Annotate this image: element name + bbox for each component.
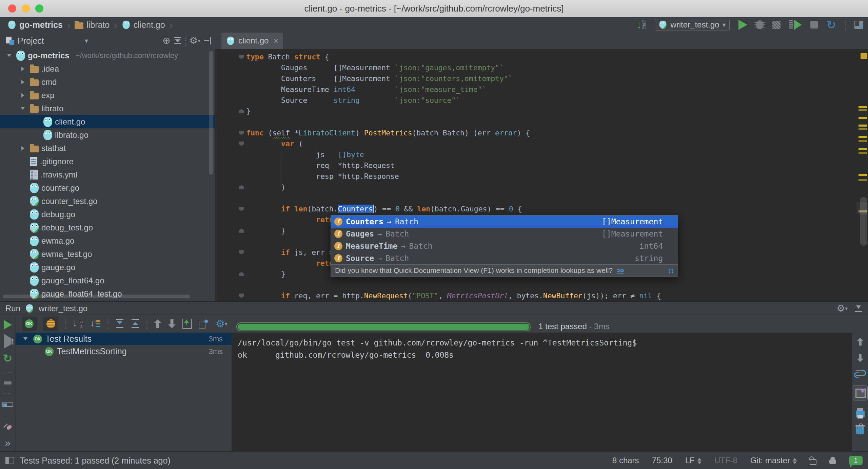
locate-file-icon[interactable]: ⊕ bbox=[162, 36, 170, 46]
completion-item-Source[interactable]: fSource→Batchstring bbox=[331, 252, 678, 264]
project-vertical-scrollbar[interactable] bbox=[209, 51, 213, 175]
run-with-coverage-button[interactable] bbox=[772, 21, 781, 29]
warning-stripe-mark[interactable] bbox=[859, 109, 867, 111]
warning-stripe-mark[interactable] bbox=[859, 128, 867, 130]
warning-stripe-mark[interactable] bbox=[859, 140, 867, 142]
run-button[interactable] bbox=[738, 20, 747, 30]
tree-item-ewma.go[interactable]: ewma.go bbox=[0, 234, 215, 247]
close-window-button[interactable] bbox=[8, 4, 16, 13]
breadcrumb-project[interactable]: go-metrics bbox=[7, 20, 63, 30]
tree-item-gauge_float64.go[interactable]: gauge_float64.go bbox=[0, 274, 215, 287]
breadcrumb-file[interactable]: client.go bbox=[122, 20, 165, 30]
minimize-window-button[interactable] bbox=[22, 4, 30, 13]
run-console[interactable]: /usr/local/go/bin/go test -v github.com/… bbox=[232, 333, 852, 451]
sort-by-duration-icon[interactable] bbox=[90, 319, 101, 329]
run-config-combo[interactable]: writer_test.go ▾ bbox=[655, 19, 729, 31]
expand-arrow-icon[interactable] bbox=[20, 67, 26, 71]
zoom-window-button[interactable] bbox=[35, 4, 43, 13]
restore-layout-icon[interactable] bbox=[2, 402, 13, 407]
import-test-results-icon[interactable] bbox=[182, 319, 192, 329]
print-icon[interactable] bbox=[856, 411, 865, 417]
test-row-Test-Results[interactable]: OKTest Results3ms bbox=[16, 333, 232, 345]
next-failed-test-icon[interactable] bbox=[168, 319, 176, 328]
close-tab-icon[interactable]: × bbox=[273, 36, 278, 46]
tree-item-librato.go[interactable]: librato.go bbox=[0, 128, 215, 142]
expand-arrow-icon[interactable] bbox=[20, 93, 26, 97]
expand-all-icon[interactable] bbox=[115, 319, 124, 329]
line-separator-indicator[interactable]: LF bbox=[685, 456, 702, 465]
more-options-icon[interactable]: » bbox=[5, 438, 11, 448]
chars-indicator[interactable]: 8 chars bbox=[612, 456, 639, 465]
profiler-run-button[interactable] bbox=[789, 20, 802, 30]
update-project-icon[interactable]: ↓ bbox=[636, 19, 646, 31]
tree-item-librato[interactable]: librato bbox=[0, 102, 215, 115]
vcs-branch-indicator[interactable]: Git: master bbox=[750, 456, 797, 465]
show-passed-toggle[interactable]: OK bbox=[22, 317, 37, 331]
warning-stripe-mark[interactable] bbox=[859, 174, 867, 176]
rerun-tests-button[interactable] bbox=[4, 320, 12, 330]
run-settings-gear-icon[interactable]: ⚙ ▾ bbox=[836, 303, 848, 314]
scroll-up-icon[interactable] bbox=[857, 338, 864, 345]
tree-item-.idea[interactable]: .idea bbox=[0, 62, 215, 75]
pin-tab-icon[interactable] bbox=[3, 425, 13, 429]
encoding-indicator[interactable]: UTF-8 bbox=[714, 456, 737, 465]
tree-item-debug.go[interactable]: debug.go bbox=[0, 208, 215, 221]
rerun-icon[interactable]: ↻ bbox=[827, 20, 836, 30]
toolwindow-toggle-icon[interactable] bbox=[5, 457, 14, 464]
scroll-to-end-toggle[interactable] bbox=[853, 386, 868, 400]
sort-alphabetically-icon[interactable] bbox=[73, 319, 83, 329]
expand-arrow-icon[interactable] bbox=[22, 337, 28, 340]
soft-wrap-icon[interactable] bbox=[856, 370, 865, 378]
tree-item-debug_test.go[interactable]: debug_test.go bbox=[0, 221, 215, 234]
toggle-auto-test-icon[interactable]: ↻ bbox=[3, 353, 12, 363]
expand-arrow-icon[interactable] bbox=[20, 107, 26, 110]
warning-stripe-mark[interactable] bbox=[859, 125, 867, 127]
tree-item-exp[interactable]: exp bbox=[0, 89, 215, 102]
tree-item-.gitignore[interactable]: .gitignore bbox=[0, 155, 215, 168]
tree-item-gauge_float64_test.go[interactable]: gauge_float64_test.go bbox=[0, 287, 215, 300]
warning-stripe-mark[interactable] bbox=[859, 117, 867, 119]
show-ignored-toggle[interactable] bbox=[43, 317, 58, 331]
tree-item-cmd[interactable]: cmd bbox=[0, 75, 215, 89]
expand-arrow-icon[interactable] bbox=[20, 80, 26, 84]
warning-stripe-mark[interactable] bbox=[859, 152, 867, 154]
previous-failed-test-icon[interactable] bbox=[154, 319, 161, 328]
stop-button[interactable] bbox=[810, 21, 818, 29]
hide-run-panel-icon[interactable] bbox=[854, 304, 863, 313]
clear-console-icon[interactable] bbox=[856, 427, 864, 434]
tree-item-client.go[interactable]: client.go bbox=[0, 115, 215, 128]
tree-item-go-metrics[interactable]: go-metrics~/work/src/github.com/rcrowley bbox=[0, 49, 215, 62]
lock-icon[interactable] bbox=[810, 459, 816, 465]
hector-inspector-icon[interactable] bbox=[829, 460, 836, 464]
tree-item-ewma_test.go[interactable]: ewma_test.go bbox=[0, 247, 215, 261]
tree-item-stathat[interactable]: stathat bbox=[0, 142, 215, 155]
notification-badge[interactable]: 1 bbox=[849, 456, 863, 465]
warning-stripe-mark[interactable] bbox=[859, 136, 867, 138]
collapse-all-icon[interactable] bbox=[131, 319, 140, 329]
scroll-down-icon[interactable] bbox=[857, 354, 864, 362]
editor-scrollbar-thumb[interactable] bbox=[860, 197, 867, 246]
expand-arrow-icon[interactable] bbox=[6, 54, 12, 57]
completion-item-Gauges[interactable]: fGauges→Batch[]Measurement bbox=[331, 228, 678, 240]
file-status-indicator[interactable] bbox=[861, 53, 867, 59]
caret-position[interactable]: 75:30 bbox=[652, 456, 672, 465]
debug-button[interactable] bbox=[756, 20, 764, 29]
expand-arrow-icon[interactable] bbox=[20, 146, 26, 150]
rerun-failed-tests-button[interactable]: ! bbox=[4, 338, 12, 344]
stop-process-button[interactable] bbox=[4, 381, 12, 384]
hide-panel-icon[interactable] bbox=[204, 37, 212, 45]
completion-item-Counters[interactable]: fCounters→Batch[]Measurement bbox=[331, 215, 678, 228]
warning-stripe-mark[interactable] bbox=[859, 106, 867, 108]
warning-stripe-mark[interactable] bbox=[859, 179, 867, 181]
project-panel-title[interactable]: Project bbox=[18, 36, 44, 46]
tree-item-.travis.yml[interactable]: .travis.yml bbox=[0, 168, 215, 181]
toolwindow-layout-icon[interactable] bbox=[854, 21, 863, 29]
tree-item-gauge.go[interactable]: gauge.go bbox=[0, 261, 215, 274]
chevron-down-icon[interactable]: ▾ bbox=[85, 37, 88, 45]
project-horizontal-scrollbar[interactable] bbox=[3, 295, 190, 298]
test-row-TestMetricsSorting[interactable]: OKTestMetricsSorting3ms bbox=[16, 345, 232, 358]
hint-more-link[interactable]: >> bbox=[617, 266, 624, 275]
warning-stripe-mark[interactable] bbox=[859, 148, 867, 150]
completion-item-MeasureTime[interactable]: fMeasureTime→Batchint64 bbox=[331, 240, 678, 252]
tree-item-counter_test.go[interactable]: counter_test.go bbox=[0, 194, 215, 208]
